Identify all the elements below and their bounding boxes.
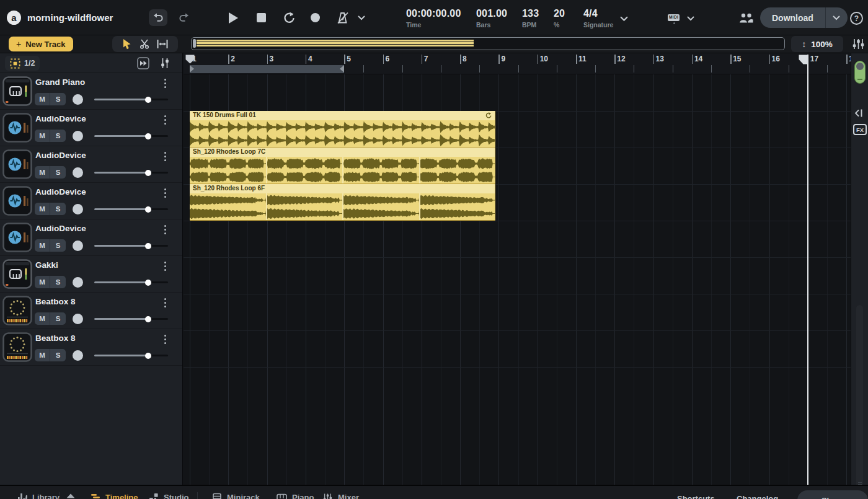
mute-button[interactable]: M [35,239,50,252]
track-name[interactable]: AudioDevice [35,114,86,123]
loop-region[interactable] [190,65,344,73]
eject-button[interactable] [66,493,76,499]
track-menu-button[interactable] [161,115,169,129]
pan-knob[interactable] [73,131,83,141]
loop-button[interactable] [283,12,295,24]
vertical-scrollbar[interactable] [856,305,863,488]
instrument-icon[interactable] [2,76,32,106]
solo-button[interactable]: S [50,312,66,325]
track-menu-button[interactable] [161,79,169,92]
track-row[interactable]: Beatbox 8 M S [0,329,182,366]
track-menu-button[interactable] [161,152,169,166]
record-button[interactable] [311,13,320,22]
track-menu-button[interactable] [161,298,169,312]
track-name[interactable]: Beatbox 8 [35,297,76,306]
stretch-tool-button[interactable] [157,40,168,48]
track-name[interactable]: Grand Piano [35,77,85,87]
audio-clip[interactable]: Sh_120 Rhodes Loop 6F [190,184,495,221]
volume-knob[interactable] [145,316,151,322]
midi-icon[interactable]: MIDI [668,14,680,21]
pan-knob[interactable] [73,94,83,105]
signature-chevron[interactable] [620,16,628,22]
mute-button[interactable]: M [35,130,50,142]
playhead-marker[interactable] [185,55,195,64]
volume-slider[interactable] [94,355,168,356]
solo-button[interactable]: S [50,239,66,252]
tab-library[interactable]: Library [17,493,60,499]
transport-options-chevron[interactable] [358,15,365,20]
collapse-panel-button[interactable] [854,109,863,117]
mute-button[interactable]: M [35,276,50,288]
solo-button[interactable]: S [50,276,66,288]
timeline-overview-scrollbar[interactable] [191,37,785,50]
track-menu-button[interactable] [161,188,169,202]
volume-slider[interactable] [94,99,168,100]
track-controls-toggle-button[interactable] [159,57,170,69]
loop-start-handle[interactable] [190,65,194,73]
help-button[interactable]: ? [850,12,863,25]
solo-button[interactable]: S [50,203,66,215]
track-row[interactable]: Beatbox 8 M S [0,293,182,329]
mute-button[interactable]: M [35,312,50,325]
signature-display[interactable]: 4/4 Signature [583,8,652,29]
volume-slider[interactable] [94,135,168,137]
volume-slider[interactable] [94,172,168,174]
mute-button[interactable]: M [35,93,50,105]
volume-slider[interactable] [94,245,168,247]
app-logo-icon[interactable]: a [7,11,21,25]
collaborators-button[interactable] [739,13,753,23]
mute-button[interactable]: M [35,166,50,179]
track-name[interactable]: Beatbox 8 [35,333,76,343]
new-track-button[interactable]: + New Track [9,37,73,51]
scissors-tool-button[interactable] [140,39,149,49]
volume-slider[interactable] [94,208,168,210]
cursor-tool-button[interactable] [122,38,132,50]
tab-mixer[interactable]: Mixer [322,493,359,499]
redo-button[interactable] [174,9,193,26]
pan-knob[interactable] [73,204,83,214]
track-row[interactable]: Grand Piano M S [0,73,182,110]
loop-end-handle[interactable] [340,65,344,73]
instrument-icon[interactable] [2,186,32,216]
mixer-settings-button[interactable] [852,38,865,50]
timeline-arrange-area[interactable]: 123456789101112131415161718 TK 150 Drums… [184,53,851,485]
time-display[interactable]: 00:00:00.00 Time [406,8,474,29]
pan-knob[interactable] [73,167,83,178]
snap-grid-button[interactable]: 1/2 [5,56,40,71]
track-row[interactable]: AudioDevice M S [0,219,182,256]
track-menu-button[interactable] [161,225,169,239]
song-end-marker-flag[interactable] [799,55,808,64]
audio-clip[interactable]: Sh_120 Rhodes Loop 7C [190,148,495,184]
overview-left-handle[interactable] [193,39,196,48]
volume-knob[interactable] [145,280,151,286]
volume-knob[interactable] [145,243,151,249]
solo-button[interactable]: S [50,349,66,361]
track-row[interactable]: AudioDevice M S [0,183,182,219]
changelog-link[interactable]: Changelog [737,494,778,499]
track-name[interactable]: AudioDevice [35,224,86,233]
pan-knob[interactable] [73,277,83,288]
track-name[interactable]: Gakki [35,260,58,270]
track-row[interactable]: AudioDevice M S [0,146,182,183]
metronome-button[interactable] [336,12,349,24]
instrument-icon[interactable] [2,296,32,325]
track-menu-button[interactable] [161,262,169,275]
instrument-icon[interactable] [2,223,32,252]
master-level-knob[interactable] [854,61,866,84]
track-row[interactable]: AudioDevice M S [0,110,182,146]
tab-minirack[interactable]: Minirack [212,493,260,499]
undo-button[interactable] [149,9,167,26]
solo-button[interactable]: S [50,93,66,105]
play-button[interactable] [229,12,238,24]
pan-knob[interactable] [73,241,83,251]
track-name[interactable]: AudioDevice [35,187,86,197]
solo-button[interactable]: S [50,166,66,179]
share-feedback-button[interactable]: Share feedback [797,490,868,499]
tab-piano[interactable]: Piano [277,493,314,499]
track-name[interactable]: AudioDevice [35,151,86,160]
tab-timeline[interactable]: Timeline [91,493,138,499]
instrument-icon[interactable] [2,113,32,143]
download-button[interactable]: Download [760,7,848,28]
stop-button[interactable] [257,13,266,22]
volume-knob[interactable] [145,206,151,213]
